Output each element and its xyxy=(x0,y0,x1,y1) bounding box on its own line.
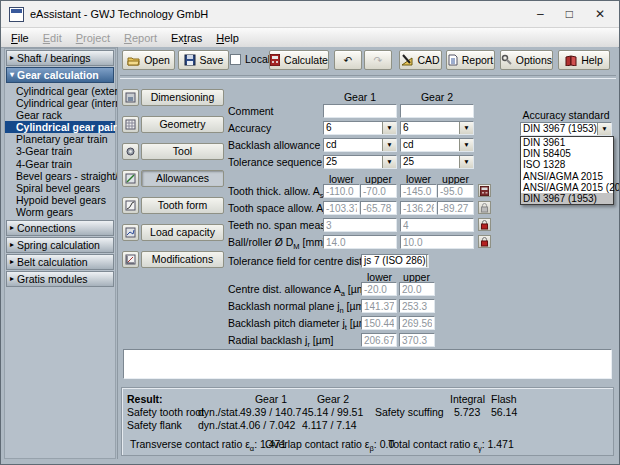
dropdown-arrow-icon[interactable]: ▼ xyxy=(459,139,473,151)
nav-allowances-button[interactable]: Allowances xyxy=(141,170,224,187)
sidebar-item-3-gear-train[interactable]: 3-Gear train xyxy=(5,145,115,157)
backlash-pitch-lower[interactable] xyxy=(361,316,397,330)
safety-tooth-root-gear1: 49.39 / 140.7 xyxy=(240,406,301,418)
sidebar-item-worm-gears[interactable]: Worm gears xyxy=(5,206,115,218)
nav-dimensioning-button[interactable]: Dimensioning xyxy=(141,89,224,106)
sidebar-item-bevel-gears[interactable]: Bevel gears - straight/helical xyxy=(5,170,115,182)
backlash-seq-gear1-select[interactable]: cd ▼ xyxy=(323,138,397,152)
tooth-form-icon[interactable] xyxy=(122,197,139,214)
tooth-thick-g1-upper[interactable] xyxy=(360,184,397,198)
tolerance-seq-gear1-select[interactable]: 25 ▼ xyxy=(323,155,397,169)
total-contact-ratio: Total contact ratio εγ: 1.471 xyxy=(388,438,514,453)
tooth-space-g1-lower[interactable] xyxy=(323,201,360,215)
backlash-pitch-upper[interactable] xyxy=(399,316,435,330)
dropdown-arrow-icon[interactable]: ▼ xyxy=(382,122,396,134)
sidebar-item-spiral-bevel-gears[interactable]: Spiral bevel gears xyxy=(5,182,115,194)
tooth-thick-calculator-button[interactable] xyxy=(478,184,491,197)
backlash-normal-upper[interactable] xyxy=(399,299,435,313)
calculate-button[interactable]: Calculate xyxy=(269,50,329,70)
tooth-space-g1-upper[interactable] xyxy=(360,201,397,215)
accuracy-gear2-select[interactable]: 6 ▼ xyxy=(400,121,474,135)
span-meas-g1[interactable] xyxy=(323,218,397,232)
span-meas-lock-button[interactable] xyxy=(478,218,491,231)
sidebar-section-belt-calculation[interactable]: ▸ Belt calculation xyxy=(6,254,114,270)
sidebar-item-cylindrical-gear-internal[interactable]: Cylindrical gear (internal) xyxy=(5,97,115,109)
dropdown-arrow-icon[interactable]: ▼ xyxy=(382,139,396,151)
centre-dist-upper[interactable] xyxy=(399,282,435,296)
nav-modifications-button[interactable]: Modifications xyxy=(141,251,224,268)
tooth-thick-g1-lower[interactable] xyxy=(323,184,360,198)
tooth-space-g2-lower[interactable] xyxy=(400,201,437,215)
load-capacity-icon[interactable] xyxy=(122,224,139,241)
result-title: Result: xyxy=(127,393,163,405)
menu-help[interactable]: Help xyxy=(209,31,246,45)
nav-load-capacity-button[interactable]: Load capacity xyxy=(141,224,224,241)
span-meas-g2[interactable] xyxy=(400,218,474,232)
nav-tool-button[interactable]: Tool xyxy=(141,143,224,160)
accuracy-gear1-select[interactable]: 6 ▼ xyxy=(323,121,397,135)
report-button[interactable]: Report xyxy=(446,50,495,70)
dropdown-option-iso-1328[interactable]: ISO 1328 xyxy=(521,159,613,170)
comment-gear2-input[interactable] xyxy=(400,104,474,118)
minimize-icon[interactable]: – xyxy=(537,7,544,21)
sidebar-item-planetary-gear-train[interactable]: Planetary gear train xyxy=(5,133,115,145)
dropdown-arrow-icon[interactable]: ▼ xyxy=(459,156,473,168)
sidebar-item-hypoid-bevel-gears[interactable]: Hypoid bevel gears xyxy=(5,194,115,206)
local-checkbox[interactable]: Local xyxy=(230,53,270,65)
dropdown-arrow-icon[interactable]: ▼ xyxy=(597,123,611,135)
maximize-icon[interactable]: □ xyxy=(566,7,573,21)
sidebar-section-gear-calculation[interactable]: ▾ Gear calculation xyxy=(6,67,114,83)
sidebar-item-cylindrical-gear-pair[interactable]: Cylindrical gear pair xyxy=(5,121,115,133)
ball-roller-g1[interactable] xyxy=(323,235,397,249)
sidebar-item-4-gear-train[interactable]: 4-Gear train xyxy=(5,158,115,170)
dropdown-option-agma-2015-2020[interactable]: ANSI/AGMA 2015 (2020) xyxy=(521,182,613,193)
tooth-space-g2-upper[interactable] xyxy=(437,201,474,215)
dropdown-option-din-58405[interactable]: DIN 58405 xyxy=(521,148,613,159)
tooth-space-lock-button[interactable] xyxy=(478,201,491,214)
dimensioning-icon[interactable] xyxy=(122,89,139,106)
safety-scuffing-flash: 56.14 xyxy=(491,406,517,418)
undo-button[interactable]: ↶ xyxy=(334,50,362,70)
open-button[interactable]: Open xyxy=(122,50,175,70)
sidebar-section-connections[interactable]: ▸ Connections xyxy=(6,220,114,236)
comment-gear1-input[interactable] xyxy=(323,104,397,118)
transverse-contact-ratio: Transverse contact ratio εα: 1.471 xyxy=(130,438,286,453)
sidebar-section-gratis-modules[interactable]: ▸ Gratis modules xyxy=(6,271,114,287)
centre-tol-select[interactable]: js 7 (ISO 286) ▼ xyxy=(361,254,429,268)
nav-tooth-form-button[interactable]: Tooth form xyxy=(141,197,224,214)
nav-geometry-button[interactable]: Geometry xyxy=(141,116,224,133)
radial-backlash-lower[interactable] xyxy=(361,333,397,347)
dropdown-option-agma-2015[interactable]: ANSI/AGMA 2015 xyxy=(521,171,613,182)
dropdown-arrow-icon[interactable]: ▼ xyxy=(382,156,396,168)
dropdown-arrow-icon[interactable]: ▼ xyxy=(426,255,429,267)
sidebar-item-cylindrical-gear-external[interactable]: Cylindrical gear (external) xyxy=(5,85,115,97)
dropdown-option-din-3961[interactable]: DIN 3961 xyxy=(521,137,613,148)
menu-file[interactable]: File xyxy=(4,31,36,45)
backlash-seq-gear2-select[interactable]: cd ▼ xyxy=(400,138,474,152)
sidebar-section-spring-calculation[interactable]: ▸ Spring calculation xyxy=(6,237,114,253)
tool-icon[interactable] xyxy=(122,143,139,160)
radial-backlash-upper[interactable] xyxy=(399,333,435,347)
ball-roller-g2[interactable] xyxy=(400,235,474,249)
menu-extras[interactable]: Extras xyxy=(164,31,209,45)
sidebar-section-shaft-bearings[interactable]: ▸ Shaft / bearings xyxy=(6,50,114,66)
options-button[interactable]: Options xyxy=(500,50,553,70)
accuracy-standard-select[interactable]: DIN 3967 (1953) ▼ xyxy=(520,122,612,136)
backlash-normal-lower[interactable] xyxy=(361,299,397,313)
ball-roller-lock-button[interactable] xyxy=(478,235,491,248)
close-icon[interactable]: ✕ xyxy=(595,7,605,21)
sidebar-item-gear-rack[interactable]: Gear rack xyxy=(5,109,115,121)
modifications-icon[interactable] xyxy=(122,251,139,268)
tooth-thick-g2-upper[interactable] xyxy=(437,184,474,198)
tolerance-seq-gear2-select[interactable]: 25 ▼ xyxy=(400,155,474,169)
dropdown-option-din-3967-1953[interactable]: DIN 3967 (1953) xyxy=(521,193,613,204)
centre-dist-lower[interactable] xyxy=(361,282,397,296)
tooth-thick-g2-lower[interactable] xyxy=(400,184,437,198)
cad-button[interactable]: CAD xyxy=(399,50,442,70)
help-button[interactable]: Help xyxy=(558,50,610,70)
allowances-icon[interactable] xyxy=(122,170,139,187)
dropdown-arrow-icon[interactable]: ▼ xyxy=(459,122,473,134)
save-button[interactable]: Save xyxy=(178,50,229,70)
geometry-icon[interactable] xyxy=(122,116,139,133)
safety-scuffing-label: Safety scuffing xyxy=(375,406,444,418)
